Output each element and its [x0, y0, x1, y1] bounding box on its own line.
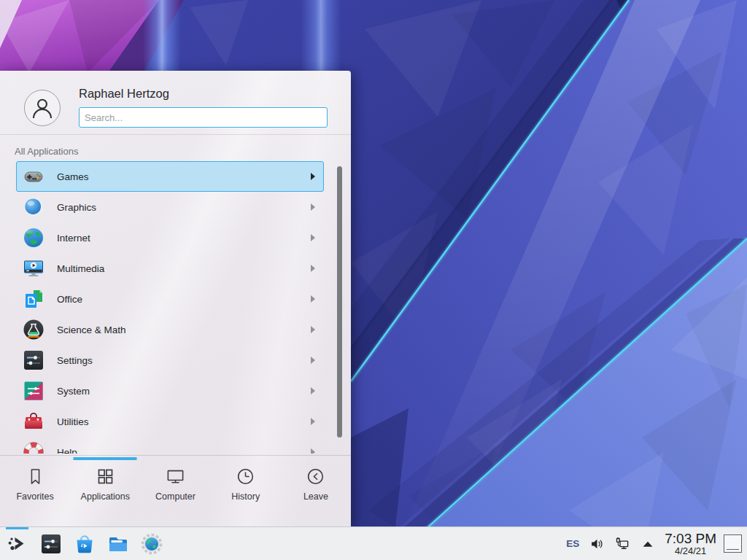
launcher-header: Raphael Hertzog: [0, 71, 351, 135]
category-icon: [22, 410, 45, 433]
system-tray: ES: [566, 536, 656, 552]
submenu-arrow-icon: [311, 203, 315, 211]
submenu-arrow-icon: [311, 295, 315, 303]
tab-icon: [166, 467, 185, 486]
category-games[interactable]: Games: [16, 161, 324, 192]
clock-date: 4/24/21: [665, 546, 716, 556]
tab-label: History: [231, 491, 260, 502]
category-label: Help: [57, 447, 77, 454]
submenu-arrow-icon: [311, 173, 315, 180]
taskbar-system-settings[interactable]: [39, 527, 63, 560]
category-utilities[interactable]: Utilities: [16, 406, 324, 437]
category-science-math[interactable]: Science & Math: [16, 314, 324, 345]
taskbar-discover[interactable]: [73, 527, 96, 560]
keyboard-layout-indicator[interactable]: ES: [566, 538, 579, 549]
submenu-arrow-icon: [311, 326, 315, 333]
category-icon: [22, 349, 45, 372]
category-label: System: [57, 386, 90, 397]
tab-leave[interactable]: Leave: [281, 456, 351, 526]
tray-network[interactable]: [614, 536, 630, 552]
category-label: Graphics: [57, 202, 96, 213]
submenu-arrow-icon: [311, 418, 315, 425]
category-icon: [22, 318, 45, 341]
category-office[interactable]: Office: [16, 284, 324, 314]
category-graphics[interactable]: Graphics: [16, 192, 324, 222]
scrollbar[interactable]: [337, 166, 342, 438]
show-desktop-button[interactable]: [724, 534, 742, 553]
tab-label: Leave: [303, 491, 328, 502]
tab-label: Computer: [155, 491, 196, 502]
taskbar-apps: [6, 527, 163, 560]
tab-label: Applications: [81, 491, 130, 502]
category-multimedia[interactable]: Multimedia: [16, 253, 324, 284]
app-icon: [107, 532, 130, 556]
tab-favorites[interactable]: Favorites: [0, 456, 70, 526]
app-icon: [39, 532, 63, 556]
digital-clock[interactable]: 7:03 PM 4/24/21: [665, 532, 716, 556]
category-label: Utilities: [57, 416, 89, 427]
category-label: Science & Math: [57, 324, 126, 335]
tray-volume[interactable]: [589, 536, 605, 552]
submenu-arrow-icon: [311, 234, 315, 241]
submenu-arrow-icon: [311, 448, 315, 454]
user-icon: [25, 90, 60, 125]
app-icon: [73, 532, 96, 556]
category-icon: [22, 440, 45, 454]
submenu-arrow-icon: [311, 265, 315, 272]
category-system[interactable]: System: [16, 376, 324, 406]
category-internet[interactable]: Internet: [16, 222, 324, 253]
submenu-arrow-icon: [311, 387, 315, 394]
category-icon: [22, 257, 45, 280]
app-icon: [140, 532, 163, 556]
user-avatar[interactable]: [24, 90, 61, 126]
category-help[interactable]: Help: [16, 437, 324, 454]
taskbar-panel: ES 7:03 PM 4/24/21: [0, 526, 747, 560]
search-input[interactable]: [79, 107, 328, 128]
submenu-arrow-icon: [311, 357, 315, 364]
taskbar-web-browser[interactable]: [140, 527, 163, 560]
desktop: Raphael Hertzog All Applications Games: [0, 0, 747, 560]
tab-icon: [236, 467, 255, 486]
tab-applications[interactable]: Applications: [70, 456, 140, 526]
active-tab-indicator: [74, 457, 137, 460]
category-icon: [22, 226, 45, 249]
clock-time: 7:03 PM: [665, 532, 716, 546]
application-launcher-menu: Raphael Hertzog All Applications Games: [0, 71, 351, 526]
category-settings[interactable]: Settings: [16, 345, 324, 376]
tab-computer[interactable]: Computer: [140, 456, 210, 526]
tray-expand-tray[interactable]: [640, 536, 656, 552]
tab-icon: [96, 467, 115, 486]
launcher-footer-tabs: Favorites Applications Computer: [0, 455, 351, 526]
taskbar-application-launcher[interactable]: [6, 527, 29, 560]
tab-label: Favorites: [16, 491, 53, 502]
tab-history[interactable]: History: [211, 456, 281, 526]
category-icon: [22, 195, 45, 219]
section-label: All Applications: [15, 146, 78, 157]
app-icon: [6, 532, 29, 556]
category-list: Games Graphics Internet: [0, 161, 351, 454]
taskbar-file-manager[interactable]: [107, 527, 130, 560]
category-label: Office: [57, 294, 82, 305]
category-icon: [22, 379, 45, 402]
category-label: Games: [57, 171, 89, 182]
category-label: Internet: [57, 233, 90, 244]
user-name: Raphael Hertzog: [79, 87, 169, 101]
category-label: Multimedia: [57, 263, 104, 274]
category-icon: [22, 287, 45, 311]
tab-icon: [306, 467, 325, 486]
active-task-indicator: [6, 527, 28, 529]
tab-icon: [26, 467, 45, 486]
tray-icons: [589, 536, 656, 552]
category-label: Settings: [57, 355, 93, 366]
category-icon: [22, 165, 45, 188]
